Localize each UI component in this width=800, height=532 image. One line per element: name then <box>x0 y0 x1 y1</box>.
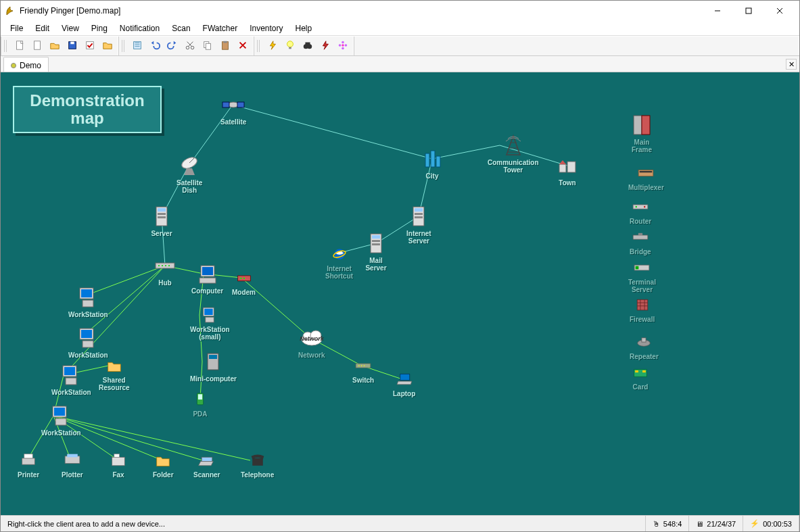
folder-button[interactable] <box>100 39 115 53</box>
status-bar: Right-click the client area to add a new… <box>1 515 799 531</box>
device-ws3[interactable]: WorkStation <box>51 363 91 396</box>
device-network[interactable]: NetworkNetwork <box>298 326 325 359</box>
minimize-button[interactable] <box>702 1 733 21</box>
open-button[interactable] <box>47 39 62 53</box>
menu-notification[interactable]: Notification <box>114 22 165 34</box>
device-computer[interactable]: Computer <box>191 262 223 295</box>
ws-icon <box>59 363 83 387</box>
svg-rect-67 <box>202 267 213 275</box>
device-satellite[interactable]: Satellite <box>220 93 246 126</box>
svg-rect-113 <box>567 162 575 172</box>
flower-button[interactable] <box>335 39 350 53</box>
tab-close-button[interactable]: ✕ <box>786 59 797 70</box>
svg-rect-134 <box>637 299 648 310</box>
device-inetsrv[interactable]: Internet Server <box>406 204 431 245</box>
new-blank-button[interactable] <box>30 39 45 53</box>
device-label: Shared Resource <box>99 377 130 391</box>
binoculars-button[interactable] <box>300 39 315 53</box>
server-icon <box>149 204 174 228</box>
device-router[interactable]: Router <box>630 197 651 225</box>
bolt2-icon <box>320 40 331 53</box>
delete-button[interactable] <box>235 39 250 53</box>
menu-view[interactable]: View <box>56 22 85 34</box>
map-tab[interactable]: Demo <box>3 57 49 72</box>
toolbar-grip[interactable] <box>257 40 261 52</box>
maximize-button[interactable] <box>733 1 764 21</box>
device-repeater[interactable]: Repeater <box>630 333 659 360</box>
menu-help[interactable]: Help <box>290 22 318 34</box>
menu-file[interactable]: File <box>5 22 28 34</box>
device-label: Card <box>633 383 649 391</box>
device-modem[interactable]: Modem <box>232 268 256 296</box>
menu-edit[interactable]: Edit <box>30 22 55 34</box>
device-server[interactable]: Server <box>149 204 174 237</box>
svg-point-119 <box>358 365 360 366</box>
bolt2-button[interactable] <box>318 39 333 53</box>
redo-button[interactable] <box>165 39 180 53</box>
mini-icon <box>201 349 225 374</box>
device-hub[interactable]: Hub <box>153 253 177 287</box>
close-button[interactable] <box>764 1 795 21</box>
toolbar-group3 <box>254 37 354 55</box>
toolbar-grip[interactable] <box>4 40 8 52</box>
device-label: WorkStation <box>68 311 108 318</box>
device-card[interactable]: Card <box>631 363 650 391</box>
cut-button[interactable] <box>183 39 197 53</box>
device-town[interactable]: Town <box>555 153 580 187</box>
device-scanner[interactable]: Scanner <box>193 451 220 479</box>
status-timer: ⚡ 00:00:53 <box>743 516 799 531</box>
undo-button[interactable] <box>147 39 162 53</box>
select-button[interactable] <box>130 39 145 53</box>
device-bridge[interactable]: Bridge <box>630 228 651 256</box>
plotter-icon <box>63 451 82 470</box>
device-ws_small[interactable]: WorkStation (small) <box>190 306 230 341</box>
bulb-button[interactable] <box>283 39 298 53</box>
lightning-button[interactable] <box>265 39 280 53</box>
device-pda[interactable]: PDA <box>191 390 210 418</box>
device-shared[interactable]: Shared Resource <box>99 356 130 391</box>
device-city[interactable]: City <box>420 147 444 180</box>
svg-point-21 <box>342 47 344 49</box>
map-canvas[interactable]: Demonstration map SatelliteSatellite Dis… <box>1 72 799 515</box>
device-laptop[interactable]: Laptop <box>393 370 415 397</box>
device-minicomp[interactable]: Mini-computer <box>190 349 237 383</box>
device-label: Mini-computer <box>190 375 237 383</box>
menu-fwatcher[interactable]: FWatcher <box>197 22 243 34</box>
svg-rect-122 <box>400 374 409 380</box>
device-ws1[interactable]: WorkStation <box>68 285 108 318</box>
svg-point-70 <box>240 278 241 279</box>
svg-point-8 <box>186 46 189 49</box>
device-label: Town <box>559 179 575 187</box>
new-page-button[interactable] <box>12 39 27 53</box>
toolbar-grip[interactable] <box>122 40 126 52</box>
device-plotter[interactable]: Plotter <box>62 451 83 479</box>
device-terminal[interactable]: Terminal Server <box>628 258 656 293</box>
paste-button[interactable] <box>218 39 233 53</box>
device-satdish[interactable]: Satellite Dish <box>177 153 202 194</box>
city-icon <box>420 147 444 171</box>
svg-rect-118 <box>356 364 371 368</box>
device-label: Satellite Dish <box>177 179 202 194</box>
device-tower[interactable]: Communication Tower <box>488 133 539 174</box>
device-mailsrv[interactable]: Mail Server <box>364 231 388 272</box>
device-fax[interactable]: Fax <box>109 451 128 479</box>
device-ws2[interactable]: WorkStation <box>68 326 108 359</box>
menu-ping[interactable]: Ping <box>86 22 113 34</box>
device-printer[interactable]: Printer <box>18 451 39 479</box>
save-button[interactable] <box>65 39 80 53</box>
device-multiplexer[interactable]: Multiplexer <box>628 164 664 191</box>
device-ieshort[interactable]: Internet Shortcut <box>325 245 353 280</box>
copy-button[interactable] <box>200 39 215 53</box>
laptop-icon <box>395 370 414 389</box>
device-folder[interactable]: Folder <box>153 451 174 479</box>
svg-rect-111 <box>436 156 440 167</box>
device-telephone[interactable]: Telephone <box>241 451 274 479</box>
device-mainframe[interactable]: Main Frame <box>630 113 654 153</box>
device-ws4[interactable]: WorkStation <box>41 404 81 437</box>
menu-scan[interactable]: Scan <box>166 22 195 34</box>
redo-icon <box>167 40 178 53</box>
device-firewall[interactable]: Firewall <box>630 295 655 323</box>
device-switch[interactable]: Switch <box>352 356 374 384</box>
check-button[interactable] <box>83 39 97 53</box>
menu-inventory[interactable]: Inventory <box>244 22 288 34</box>
